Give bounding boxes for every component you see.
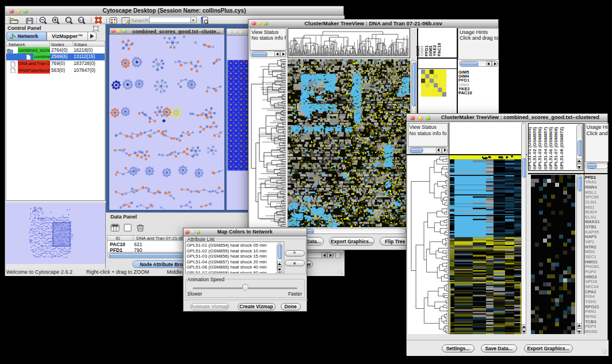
svg-text:1:1: 1:1 bbox=[79, 18, 83, 21]
